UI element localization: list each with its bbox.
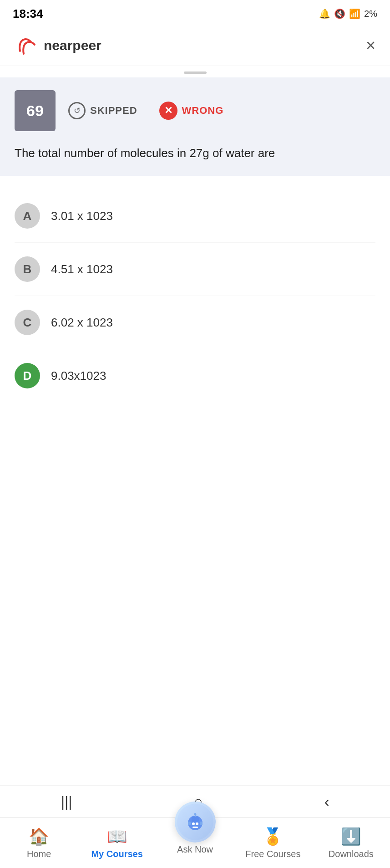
downloads-label: Downloads [329, 849, 374, 859]
android-back-button[interactable]: ‹ [324, 793, 329, 810]
mute-icon: 🔇 [334, 8, 345, 19]
my-courses-icon: 📖 [107, 827, 127, 846]
nav-item-home[interactable]: 🏠 Home [0, 822, 78, 864]
question-text: The total number of molecules in 27g of … [15, 144, 375, 162]
option-badge-a: A [15, 203, 40, 229]
my-courses-label: My Courses [91, 849, 142, 859]
nav-item-downloads[interactable]: ⬇️ Downloads [312, 822, 390, 864]
android-recent-button[interactable]: ||| [61, 793, 72, 810]
status-icons: 🔔 🔇 📶 2% [319, 8, 377, 19]
option-text-c: 6.02 x 1023 [51, 316, 113, 330]
option-item-a[interactable]: A 3.01 x 1023 [15, 189, 375, 243]
home-icon: 🏠 [29, 827, 49, 846]
wrong-label: WRONG [182, 105, 224, 117]
status-bar: 18:34 🔔 🔇 📶 2% [0, 0, 390, 26]
app-header: nearpeer × [0, 26, 390, 66]
question-card: 69 ↺ SKIPPED ✕ WRONG The total number of… [0, 77, 390, 176]
svg-rect-1 [192, 817, 199, 822]
svg-rect-8 [200, 822, 203, 825]
ask-now-fab[interactable] [175, 802, 216, 842]
option-text-d: 9.03x1023 [51, 369, 106, 383]
home-label: Home [27, 849, 51, 859]
close-button[interactable]: × [366, 37, 375, 54]
battery-indicator: 2% [364, 9, 377, 19]
bottom-nav: 🏠 Home 📖 My Courses [0, 817, 390, 868]
svg-rect-7 [188, 822, 191, 825]
wifi-icon: 📶 [349, 8, 360, 19]
wrong-icon: ✕ [159, 102, 177, 120]
skipped-label: SKIPPED [90, 105, 137, 117]
option-item-c[interactable]: C 6.02 x 1023 [15, 296, 375, 349]
option-badge-d: D [15, 363, 40, 388]
option-badge-b: B [15, 256, 40, 282]
wrong-status: ✕ WRONG [159, 102, 224, 120]
scroll-pill [184, 71, 207, 74]
question-meta: 69 ↺ SKIPPED ✕ WRONG [15, 90, 375, 131]
status-time: 18:34 [13, 7, 43, 21]
nearpeer-logo-icon [15, 34, 38, 57]
option-text-a: 3.01 x 1023 [51, 209, 113, 223]
skipped-status: ↺ SKIPPED [68, 102, 137, 119]
skipped-icon: ↺ [68, 102, 86, 119]
free-courses-icon: 🏅 [263, 827, 283, 846]
option-badge-c: C [15, 310, 40, 335]
svg-rect-4 [192, 827, 198, 828]
question-number: 69 [15, 90, 56, 131]
svg-point-2 [192, 822, 195, 825]
options-container: A 3.01 x 1023 B 4.51 x 1023 C 6.02 x 102… [0, 176, 390, 416]
logo-text: nearpeer [44, 38, 101, 53]
logo-container: nearpeer [15, 34, 101, 57]
downloads-icon: ⬇️ [341, 827, 361, 846]
svg-point-6 [194, 813, 196, 816]
free-courses-label: Free Courses [245, 849, 300, 859]
nav-items-container: 🏠 Home 📖 My Courses [0, 818, 390, 868]
notification-icon: 🔔 [319, 8, 330, 19]
scroll-indicator [0, 66, 390, 77]
option-item-b[interactable]: B 4.51 x 1023 [15, 243, 375, 296]
ask-now-label: Ask Now [177, 844, 213, 855]
nav-item-my-courses[interactable]: 📖 My Courses [78, 822, 156, 864]
ask-now-fab-inner [177, 804, 213, 840]
option-text-b: 4.51 x 1023 [51, 262, 113, 276]
nav-item-free-courses[interactable]: 🏅 Free Courses [234, 822, 312, 864]
option-item-d[interactable]: D 9.03x1023 [15, 349, 375, 402]
svg-point-3 [196, 822, 198, 825]
robot-icon [183, 810, 207, 834]
